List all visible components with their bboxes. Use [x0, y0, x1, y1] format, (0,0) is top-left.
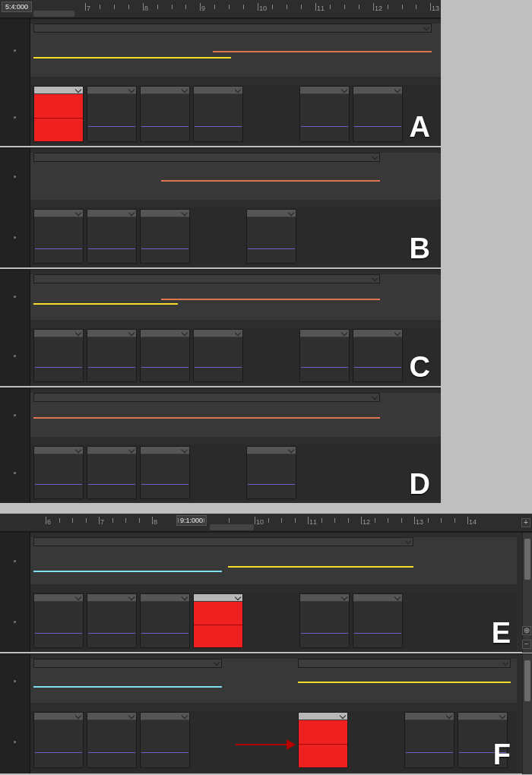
vertical-scrollbar[interactable] [522, 654, 532, 774]
clip[interactable] [140, 209, 190, 264]
chevron-down-icon [76, 331, 81, 336]
automation-lane[interactable] [30, 537, 517, 584]
clip-lane[interactable] [30, 327, 441, 384]
chevron-down-icon [424, 26, 429, 30]
clip-lane[interactable] [30, 444, 441, 501]
region-bar[interactable] [33, 153, 380, 162]
ruler-minor-tick [204, 518, 204, 523]
clip[interactable] [353, 86, 403, 142]
clip[interactable] [193, 86, 243, 142]
position-text: 9:1:000 [180, 517, 203, 524]
clip[interactable] [87, 86, 137, 142]
zoom-in-button[interactable]: + [521, 518, 530, 527]
ruler-tick [255, 517, 255, 524]
segment-yellow[interactable] [228, 566, 413, 568]
clip-lane[interactable] [30, 84, 441, 144]
chevron-down-icon [129, 211, 134, 216]
panel-label: A [410, 112, 430, 141]
clip[interactable] [87, 593, 137, 648]
segment-yellow[interactable] [33, 57, 231, 59]
zoom-fit-button[interactable]: ⊕ [522, 626, 531, 635]
automation-lane[interactable] [30, 393, 441, 437]
clip[interactable] [246, 209, 296, 264]
segment-cyan[interactable] [33, 571, 222, 572]
arrow-annotation [236, 744, 295, 745]
automation-lane[interactable] [30, 24, 441, 77]
ruler-tick-label: 10 [256, 518, 264, 526]
panel-label: E [492, 618, 511, 647]
panel-e: ⊕ − E [0, 532, 532, 652]
ruler-minor-tick [139, 518, 140, 523]
zoom-out-button[interactable]: − [522, 640, 531, 649]
chevron-down-icon [447, 714, 451, 719]
clip[interactable] [33, 446, 84, 499]
clip[interactable] [140, 712, 190, 768]
clip[interactable] [299, 593, 350, 648]
region-bar[interactable] [33, 537, 413, 546]
chevron-down-icon [236, 331, 240, 336]
segment-yellow[interactable] [33, 303, 178, 305]
ruler-minor-tick [214, 5, 215, 9]
region-bar[interactable] [298, 659, 511, 668]
ruler-tick-label: 14 [469, 518, 477, 526]
clip-selected[interactable] [298, 712, 348, 768]
clip-selected[interactable] [193, 593, 243, 648]
clip[interactable] [140, 593, 190, 648]
clip[interactable] [33, 712, 84, 768]
timeline-ruler-top[interactable]: 5:4:000 78910111213 [0, 0, 441, 18]
chevron-down-icon [129, 448, 134, 453]
track-header-column [0, 533, 30, 652]
clip[interactable] [353, 329, 403, 382]
ruler-tick-label: 10 [259, 5, 267, 12]
clip[interactable] [87, 209, 137, 264]
automation-lane[interactable] [30, 153, 441, 200]
clip[interactable] [140, 86, 190, 142]
region-bar[interactable] [33, 274, 380, 283]
clip-lane[interactable] [30, 592, 517, 650]
clip[interactable] [33, 593, 84, 648]
horizontal-scrollbar[interactable] [33, 11, 74, 17]
chevron-down-icon [395, 596, 400, 600]
clip[interactable] [299, 86, 350, 142]
position-readout[interactable]: 9:1:000 [176, 515, 207, 526]
region-bar[interactable] [33, 659, 222, 668]
clip[interactable] [353, 593, 403, 648]
clip[interactable] [299, 329, 350, 382]
clip[interactable] [33, 209, 84, 264]
region-bar[interactable] [33, 24, 432, 33]
segment-orange[interactable] [161, 180, 380, 182]
ruler-tick-label: 7 [87, 5, 90, 12]
track-header-column [0, 148, 30, 267]
ruler-tick [373, 3, 374, 11]
ruler-minor-tick [348, 518, 349, 523]
segment-orange[interactable] [213, 51, 432, 52]
panel-b: B [0, 147, 441, 267]
automation-lane[interactable] [30, 274, 441, 320]
clip[interactable] [140, 446, 190, 499]
clip-lane[interactable] [30, 710, 517, 771]
ruler-minor-tick [100, 5, 100, 9]
clip-selected[interactable] [33, 86, 84, 142]
clip-lane[interactable] [30, 207, 441, 265]
clip[interactable] [87, 712, 137, 768]
scrollbar-thumb[interactable] [524, 660, 530, 701]
ruler-minor-tick [388, 518, 388, 523]
segment-orange[interactable] [33, 417, 380, 419]
timeline-ruler-bottom[interactable]: 9:1:000 + 6781011121314 [0, 514, 532, 532]
clip[interactable] [33, 329, 84, 382]
segment-orange[interactable] [161, 299, 380, 300]
segment-cyan[interactable] [33, 686, 222, 688]
clip[interactable] [140, 329, 190, 382]
clip[interactable] [87, 329, 137, 382]
clip[interactable] [193, 329, 243, 382]
track-header-column [0, 270, 30, 386]
clip[interactable] [246, 446, 296, 499]
clip[interactable] [87, 446, 137, 499]
position-readout[interactable]: 5:4:000 [2, 2, 32, 12]
automation-lane[interactable] [30, 659, 517, 703]
region-bar[interactable] [33, 393, 380, 402]
horizontal-scrollbar[interactable] [210, 524, 254, 530]
scrollbar-thumb[interactable] [524, 539, 530, 580]
clip[interactable] [404, 712, 454, 768]
segment-yellow[interactable] [298, 682, 511, 683]
